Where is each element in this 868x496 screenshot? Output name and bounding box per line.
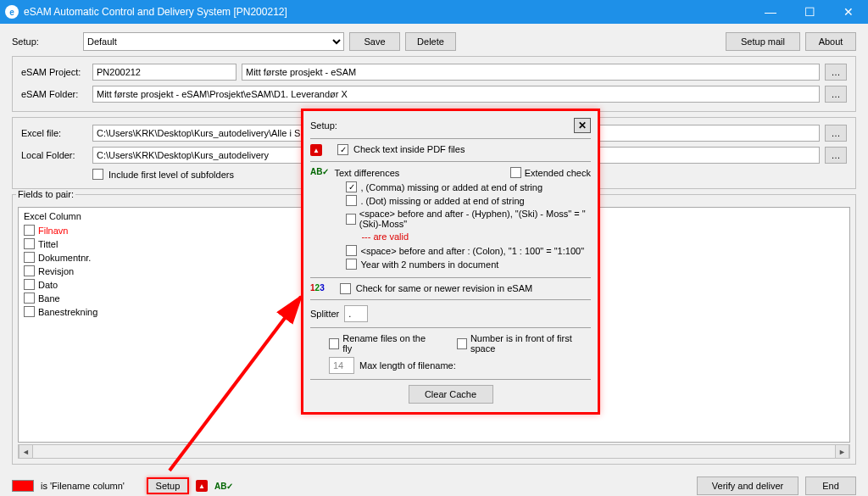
include-subfolders-checkbox[interactable] xyxy=(92,169,103,180)
check-pdf-checkbox[interactable]: ✓ xyxy=(337,144,348,155)
about-button[interactable]: About xyxy=(805,32,856,51)
setup-mail-button[interactable]: Setup mail xyxy=(726,32,800,51)
setup-button-footer[interactable]: Setup xyxy=(147,477,189,494)
fields-legend: Fields to pair: xyxy=(16,189,75,199)
scroll-left-icon[interactable]: ◄ xyxy=(19,445,33,458)
splitter-label: Splitter xyxy=(310,309,339,319)
esam-folder-label: eSAM Folder: xyxy=(21,89,87,99)
popup-title: Setup: xyxy=(310,120,337,131)
save-button[interactable]: Save xyxy=(349,32,400,51)
app-icon: e xyxy=(5,5,19,19)
esam-folder-input[interactable] xyxy=(92,86,820,103)
checkbox-icon[interactable] xyxy=(24,293,35,304)
setup-label: Setup: xyxy=(12,36,78,47)
excel-file-label: Excel file: xyxy=(21,128,87,138)
project-name-input[interactable] xyxy=(242,64,820,81)
setup-dropdown[interactable]: Default xyxy=(83,32,344,51)
project-browse-button[interactable]: … xyxy=(825,64,847,81)
pdf-icon: ▲ xyxy=(310,144,322,156)
local-browse-button[interactable]: … xyxy=(825,147,847,164)
minimize-button[interactable]: — xyxy=(751,0,790,24)
hyphen-note: --- are valid xyxy=(361,231,591,242)
splitter-input[interactable] xyxy=(344,305,368,322)
checkbox-icon[interactable] xyxy=(24,306,35,317)
title-bar: e eSAM Automatic Control and Delivery Sy… xyxy=(0,0,868,24)
abc-check-icon: AB✓ xyxy=(214,482,233,491)
maximize-button[interactable]: ☐ xyxy=(790,0,829,24)
maxlen-label: Max length of filename: xyxy=(359,360,456,371)
colon-checkbox[interactable] xyxy=(346,245,357,256)
filename-color-swatch xyxy=(12,480,34,492)
year-checkbox[interactable] xyxy=(346,259,357,270)
checkbox-icon[interactable] xyxy=(24,279,35,290)
clear-cache-button[interactable]: Clear Cache xyxy=(409,385,493,404)
check-pdf-label: Check text inside PDF files xyxy=(353,144,465,154)
end-button[interactable]: End xyxy=(805,476,856,495)
checkbox-icon[interactable] xyxy=(24,252,35,263)
horizontal-scrollbar[interactable]: ◄ ► xyxy=(18,444,850,459)
rename-checkbox[interactable] xyxy=(329,338,339,349)
number-front-checkbox[interactable] xyxy=(457,338,467,349)
excel-browse-button[interactable]: … xyxy=(825,125,847,142)
check-revision-label: Check for same or newer revision in eSAM xyxy=(356,283,532,293)
window-title: eSAM Automatic Control and Delivery Syst… xyxy=(24,6,751,18)
local-folder-label: Local Folder: xyxy=(21,150,87,160)
hyphen-checkbox[interactable] xyxy=(346,214,355,225)
comma-checkbox[interactable]: ✓ xyxy=(346,181,357,192)
checkbox-icon[interactable] xyxy=(24,238,35,249)
rename-label: Rename files on the fly xyxy=(342,333,431,354)
delete-button[interactable]: Delete xyxy=(405,32,456,51)
check-revision-checkbox[interactable] xyxy=(340,283,351,294)
include-subfolders-label: Include first level of subfolders xyxy=(108,170,234,180)
verify-deliver-button[interactable]: Verify and deliver xyxy=(697,476,798,495)
checkbox-icon[interactable] xyxy=(24,265,35,276)
pdf-icon: ▲ xyxy=(196,480,208,492)
setup-popup: Setup: ✕ ▲ ✓ Check text inside PDF files… xyxy=(301,109,600,415)
dot-checkbox[interactable] xyxy=(346,195,357,206)
close-button[interactable]: ✕ xyxy=(829,0,868,24)
number-front-label: Number is in front of first space xyxy=(470,333,591,354)
text-diff-label: Text differences xyxy=(334,168,399,178)
extended-check-checkbox[interactable] xyxy=(510,167,521,178)
abc-check-icon: AB✓ xyxy=(310,167,329,176)
revision-icon: 123 xyxy=(310,283,325,293)
filename-legend: is 'Filename column' xyxy=(41,481,125,491)
esam-folder-browse-button[interactable]: … xyxy=(825,86,847,103)
scroll-right-icon[interactable]: ► xyxy=(835,445,849,458)
checkbox-icon[interactable] xyxy=(24,225,35,236)
popup-close-button[interactable]: ✕ xyxy=(574,118,591,133)
project-id-input[interactable] xyxy=(92,64,236,81)
maxlen-input[interactable] xyxy=(329,357,354,374)
extended-check-label: Extended check xyxy=(525,168,591,178)
project-label: eSAM Project: xyxy=(21,67,87,77)
